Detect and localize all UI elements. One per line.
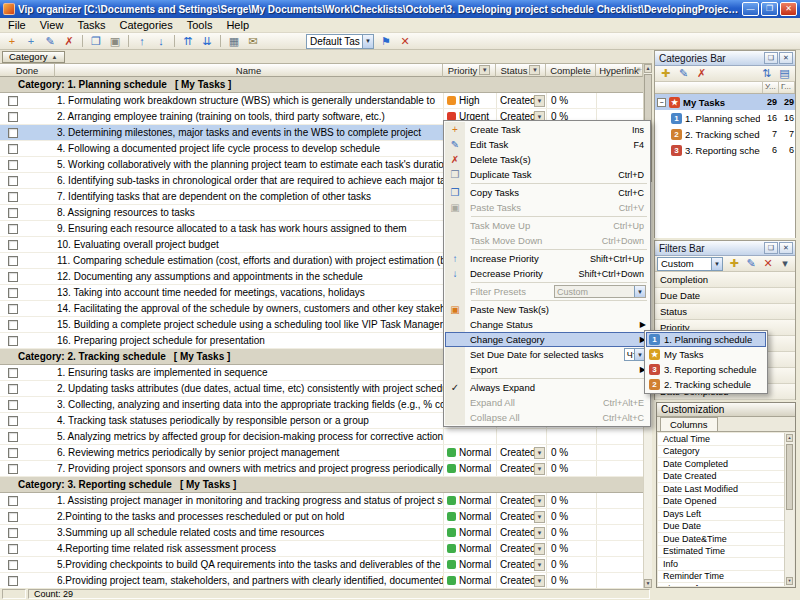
task-checkbox[interactable] <box>8 320 18 330</box>
task-checkbox[interactable] <box>8 544 18 554</box>
new-subtask-button[interactable]: + <box>22 34 40 49</box>
priority-filter-dropdown-icon[interactable]: ▼ <box>479 65 490 75</box>
column-header-complete[interactable]: Complete <box>546 64 596 77</box>
scroll-up-icon[interactable]: ▲ <box>786 434 793 442</box>
column-item-date-completed[interactable]: Date Completed <box>658 458 784 471</box>
task-checkbox[interactable] <box>8 288 18 298</box>
menu-item-increase-priority[interactable]: ↑Increase PriorityShift+Ctrl+Up <box>445 251 649 266</box>
dropdown-arrow-icon[interactable]: ▼ <box>534 495 545 507</box>
filter-row-due-date[interactable]: Due Date <box>655 288 795 304</box>
menu-item-copy-tasks[interactable]: ❐Copy TasksCtrl+C <box>445 185 649 200</box>
filter-button[interactable]: ⚑ <box>377 34 395 49</box>
dropdown-arrow-icon[interactable]: ▼ <box>534 447 545 459</box>
filter-row-status[interactable]: Status <box>655 304 795 320</box>
menu-item-expand-all[interactable]: Expand AllCtrl+Alt+E <box>445 395 649 410</box>
customization-header[interactable]: Customization <box>657 403 795 417</box>
task-checkbox[interactable] <box>8 576 18 586</box>
categories-name-column-header[interactable] <box>655 82 763 93</box>
edit-task-button[interactable]: ✎ <box>41 34 59 49</box>
sort-categories-button[interactable]: ⇅ <box>758 67 775 81</box>
move-up-button[interactable]: ↑ <box>133 34 151 49</box>
categories-bar-header[interactable]: Categories Bar ❏ ✕ <box>655 51 795 66</box>
category-group-row[interactable]: Category: 3. Reporting schedule[ My Task… <box>0 477 643 493</box>
field-chooser-icon[interactable]: ✳ <box>636 66 642 74</box>
maximize-button[interactable]: ❐ <box>761 2 778 16</box>
close-button[interactable]: ✕ <box>780 2 797 16</box>
task-checkbox[interactable] <box>8 304 18 314</box>
column-header-status[interactable]: Status▼ <box>496 64 546 77</box>
scroll-up-icon[interactable]: ▲ <box>644 64 652 73</box>
dropdown-arrow-icon[interactable]: ▼ <box>711 258 722 270</box>
task-checkbox[interactable] <box>8 272 18 282</box>
task-checkbox[interactable] <box>8 416 18 426</box>
task-checkbox[interactable] <box>8 512 18 522</box>
menu-item-paste-tasks[interactable]: ▣Paste TasksCtrl+V <box>445 200 649 215</box>
copy-button[interactable]: ❐ <box>87 34 105 49</box>
task-checkbox[interactable] <box>8 224 18 234</box>
task-checkbox[interactable] <box>8 336 18 346</box>
task-row[interactable]: 6. Reviewing metrics periodically by sen… <box>0 445 643 461</box>
column-item-date-last-modified[interactable]: Date Last Modified <box>658 483 784 496</box>
dropdown-arrow-icon[interactable]: ▼ <box>634 286 645 297</box>
task-checkbox[interactable] <box>8 432 18 442</box>
menu-categories[interactable]: Categories <box>113 18 180 32</box>
edit-filter-button[interactable]: ✎ <box>743 257 759 271</box>
categories-count-column-header-1[interactable]: У... <box>763 82 779 93</box>
dropdown-arrow-icon[interactable]: ▼ <box>534 559 545 571</box>
menu-item-delete-task-s[interactable]: ✗Delete Task(s) <box>445 152 649 167</box>
minimize-button[interactable]: — <box>742 2 759 16</box>
tree-expander-icon[interactable]: − <box>657 98 666 107</box>
scroll-down-icon[interactable]: ▼ <box>786 577 793 585</box>
menu-item-change-category[interactable]: Change Category▶ <box>445 332 649 347</box>
filters-panel-menu-icon[interactable]: ❏ <box>764 242 778 254</box>
task-type-combo[interactable]: Default Tas▼ <box>306 34 374 49</box>
categories-panel-close-icon[interactable]: ✕ <box>779 52 793 64</box>
group-by-category-tab[interactable]: Category ▲ <box>2 51 65 63</box>
delete-task-button[interactable]: ✗ <box>60 34 78 49</box>
paste-button[interactable]: ▣ <box>106 34 124 49</box>
menu-view[interactable]: View <box>33 18 71 32</box>
task-checkbox[interactable] <box>8 144 18 154</box>
status-filter-dropdown-icon[interactable]: ▼ <box>529 65 540 75</box>
column-item-time-left[interactable]: Time Left <box>658 583 784 586</box>
menu-item-duplicate-task[interactable]: ❐Duplicate TaskCtrl+D <box>445 167 649 182</box>
task-checkbox[interactable] <box>8 128 18 138</box>
status-cell[interactable]: Created▼ <box>496 461 546 476</box>
task-checkbox[interactable] <box>8 96 18 106</box>
column-item-days-left[interactable]: Days Left <box>658 508 784 521</box>
task-checkbox[interactable] <box>8 240 18 250</box>
dropdown-arrow-icon[interactable]: ▼ <box>534 511 545 523</box>
column-header-priority[interactable]: Priority▼ <box>443 64 496 77</box>
email-button[interactable]: ✉ <box>244 34 262 49</box>
columns-scrollbar[interactable]: ▲ ▼ <box>784 433 794 586</box>
column-item-category[interactable]: Category <box>658 446 784 459</box>
category-group-row[interactable]: Category: 1. Planning schedule[ My Tasks… <box>0 77 643 93</box>
status-cell[interactable]: Created▼ <box>496 525 546 540</box>
task-checkbox[interactable] <box>8 112 18 122</box>
task-checkbox[interactable] <box>8 448 18 458</box>
menu-tools[interactable]: Tools <box>180 18 220 32</box>
menu-combo[interactable]: Custom▼ <box>554 285 646 298</box>
task-checkbox[interactable] <box>8 208 18 218</box>
task-checkbox[interactable] <box>8 368 18 378</box>
column-item-date-created[interactable]: Date Created <box>658 471 784 484</box>
menu-item-edit-task[interactable]: ✎Edit TaskF4 <box>445 137 649 152</box>
menu-item-filter-presets[interactable]: Filter PresetsCustom▼ <box>445 284 649 299</box>
delete-filter-button[interactable]: ✕ <box>760 257 776 271</box>
clear-filter-button[interactable]: ✕ <box>396 34 414 49</box>
task-checkbox[interactable] <box>8 560 18 570</box>
category-row-2-tracking-schedule[interactable]: 22. Tracking schedule77 <box>655 126 795 142</box>
categories-view-button[interactable]: ▤ <box>776 67 793 81</box>
task-row[interactable]: 7. Providing project sponsors and owners… <box>0 461 643 477</box>
column-item-info[interactable]: Info <box>658 558 784 571</box>
status-cell[interactable]: Created▼ <box>496 541 546 556</box>
categories-count-column-header-2[interactable]: Г... <box>779 82 795 93</box>
task-checkbox[interactable] <box>8 496 18 506</box>
dropdown-arrow-icon[interactable]: ▼ <box>534 463 545 475</box>
task-row[interactable]: 5. Analyzing metrics by affected group f… <box>0 429 643 445</box>
menu-item-paste-new-task-s[interactable]: ▣Paste New Task(s) <box>445 302 649 317</box>
status-cell[interactable]: Created▼ <box>496 557 546 572</box>
column-item-reminder-time[interactable]: Reminder Time <box>658 571 784 584</box>
column-header-hyperlink[interactable]: Hyperlink✳ <box>596 64 643 77</box>
task-row[interactable]: 2.Pointing to the tasks and processes re… <box>0 509 643 525</box>
